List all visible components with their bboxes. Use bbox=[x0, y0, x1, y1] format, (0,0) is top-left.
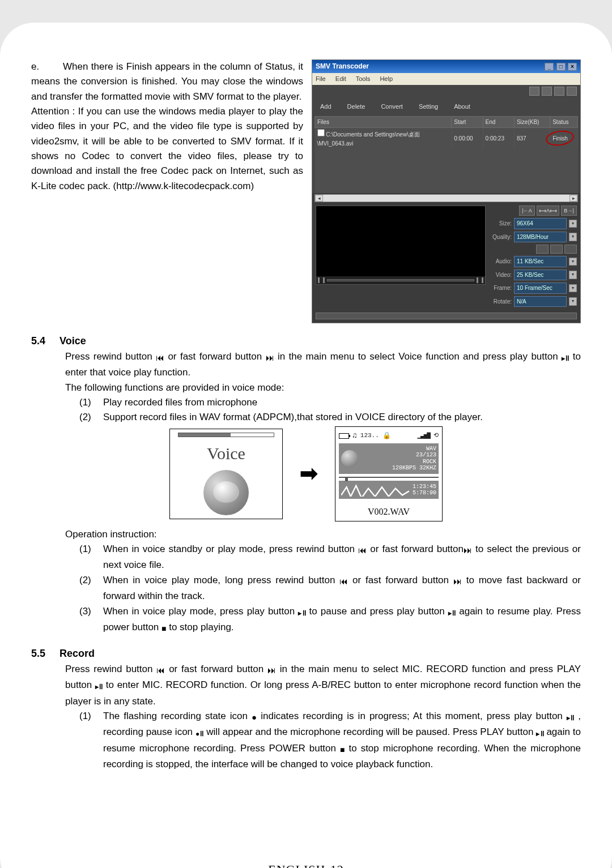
rewind-icon bbox=[156, 350, 164, 365]
loop-icon: ⟲ bbox=[434, 431, 439, 441]
rotate-select[interactable]: N/A bbox=[514, 296, 567, 307]
file-status: Finish bbox=[552, 134, 568, 143]
record-icon bbox=[252, 710, 257, 725]
menu-tools[interactable]: Tools bbox=[356, 75, 371, 82]
audio-dropdown-icon[interactable]: ▾ bbox=[569, 258, 577, 266]
view-fwd-button[interactable] bbox=[554, 87, 564, 96]
menu-edit[interactable]: Edit bbox=[335, 75, 346, 82]
close-button[interactable]: × bbox=[568, 63, 577, 71]
toolbar: Add Delete Convert Setting About bbox=[312, 97, 580, 116]
menu-help[interactable]: Help bbox=[380, 75, 393, 82]
table-header-row: Files Start End Size(KB) Status bbox=[315, 116, 578, 128]
waveform-icon bbox=[341, 483, 409, 497]
stop-button[interactable] bbox=[564, 245, 577, 254]
frame-field: Frame: 10 Frame/Sec ▾ bbox=[489, 283, 577, 294]
track-info-panel: WAV 23/123 ROCK 128KBPS 32KHZ bbox=[339, 443, 439, 474]
trim-a-button[interactable]: |←A bbox=[519, 206, 535, 216]
menu-file[interactable]: File bbox=[316, 75, 326, 82]
playpause-icon bbox=[536, 726, 543, 741]
preview-playpause-icon[interactable] bbox=[318, 277, 325, 283]
audio-select[interactable]: 11 KB/Sec bbox=[514, 256, 567, 267]
operation-instruction-heading: Operation instruction: bbox=[65, 527, 581, 542]
trim-b-button[interactable]: B→| bbox=[561, 206, 577, 216]
preview-panel: |←A ⟷A⟷ B→| Size: 96X64 ▾ Quality: 128MB… bbox=[312, 202, 580, 310]
manual-page: { "page_number": "ENGLISH-12", "intro": … bbox=[0, 23, 612, 868]
file-size: 837 bbox=[514, 128, 550, 149]
scroll-track[interactable] bbox=[323, 195, 570, 202]
menu-bar: File Edit Tools Help bbox=[312, 73, 580, 85]
frame-label: Frame: bbox=[489, 284, 512, 293]
preview-end-icon[interactable] bbox=[477, 277, 483, 283]
file-checkbox[interactable] bbox=[317, 129, 325, 136]
bitrate: 128KBPS 32KHZ bbox=[362, 465, 436, 472]
battery-icon bbox=[339, 433, 349, 439]
play-button[interactable] bbox=[550, 245, 563, 254]
toolbar-about[interactable]: About bbox=[446, 100, 478, 114]
voice-figure: Voice ➡ ♫ 123.. 🔒 ▁▃▅▇ ⟲ WAV 23/123 ROCK… bbox=[31, 426, 581, 521]
total-time: 5:78:90 bbox=[413, 490, 436, 496]
lock-icon: 🔒 bbox=[382, 431, 391, 442]
fastforward-icon bbox=[453, 574, 462, 589]
file-path: C:\Documents and Settings\new\桌面\MVI_064… bbox=[317, 131, 420, 147]
file-end: 0:00:23 bbox=[483, 128, 514, 149]
quality-dropdown-icon[interactable]: ▾ bbox=[569, 233, 577, 241]
voice-filename: V002.WAV bbox=[339, 505, 439, 519]
col-size: Size(KB) bbox=[514, 116, 550, 128]
sec54-item2: (2)Support record files in WAV format (A… bbox=[79, 410, 581, 425]
view-close-button[interactable] bbox=[567, 87, 577, 96]
codec-label: WAV bbox=[362, 446, 436, 452]
video-select[interactable]: 25 KB/Sec bbox=[514, 270, 567, 281]
voice-seek-bar bbox=[339, 477, 439, 478]
table-row[interactable]: C:\Documents and Settings\new\桌面\MVI_064… bbox=[315, 128, 578, 149]
intro-e-letter: e. bbox=[31, 59, 63, 74]
preview-seek-slider[interactable] bbox=[327, 279, 474, 281]
top-block: e.When there is Finish appears in the co… bbox=[31, 59, 581, 323]
fastforward-icon bbox=[267, 663, 276, 678]
trim-x-button[interactable]: ⟷A⟷ bbox=[537, 206, 559, 216]
minimize-button[interactable]: _ bbox=[545, 63, 554, 71]
section-5-4-title: Voice bbox=[60, 335, 86, 347]
playpause-icon bbox=[562, 350, 569, 365]
section-5-4-num: 5.4 bbox=[31, 333, 60, 349]
size-select[interactable]: 96X64 bbox=[514, 218, 567, 229]
mute-button[interactable] bbox=[536, 245, 549, 254]
size-dropdown-icon[interactable]: ▾ bbox=[569, 220, 577, 228]
frame-dropdown-icon[interactable]: ▾ bbox=[569, 284, 577, 292]
frame-select[interactable]: 10 Frame/Sec bbox=[514, 283, 567, 294]
intro-text-column: e.When there is Finish appears in the co… bbox=[31, 59, 303, 323]
quality-select[interactable]: 128MB/Hour bbox=[514, 232, 567, 243]
speaker-icon bbox=[341, 450, 358, 467]
section-5-5-title: Record bbox=[60, 648, 95, 659]
view-back-button[interactable] bbox=[542, 87, 552, 96]
sec55-item1: (1) The flashing recording state icon in… bbox=[79, 709, 581, 772]
signal-icon: ▁▃▅▇ bbox=[418, 431, 431, 441]
maximize-button[interactable]: □ bbox=[556, 63, 566, 71]
rotate-dropdown-icon[interactable]: ▾ bbox=[569, 297, 577, 305]
horizontal-scrollbar[interactable]: ◂ ▸ bbox=[314, 194, 578, 202]
transcoder-screenshot: SMV Transcoder _ □ × File Edit Tools Hel… bbox=[312, 59, 581, 323]
rewind-icon bbox=[358, 543, 367, 558]
size-field: Size: 96X64 ▾ bbox=[489, 218, 577, 229]
codec-name: ROCK bbox=[362, 459, 436, 465]
size-label: Size: bbox=[489, 219, 512, 228]
settings-panel: |←A ⟷A⟷ B→| Size: 96X64 ▾ Quality: 128MB… bbox=[489, 206, 577, 307]
track-counter-icon: 123.. bbox=[360, 431, 379, 441]
scroll-left-button[interactable]: ◂ bbox=[315, 195, 323, 202]
voice-play-screen: ♫ 123.. 🔒 ▁▃▅▇ ⟲ WAV 23/123 ROCK 128KBPS… bbox=[335, 426, 443, 521]
video-field: Video: 25 KB/Sec ▾ bbox=[489, 270, 577, 281]
toolbar-add[interactable]: Add bbox=[312, 100, 339, 114]
video-dropdown-icon[interactable]: ▾ bbox=[569, 271, 577, 279]
arrow-icon: ➡ bbox=[300, 457, 318, 490]
conversion-progress-bar bbox=[316, 313, 577, 319]
toolbar-convert[interactable]: Convert bbox=[373, 100, 411, 114]
sec55-p1: Press rewind button or fast forward butt… bbox=[65, 662, 581, 709]
fastforward-icon bbox=[266, 350, 274, 365]
sec54-op3: (3) When in voice play mode, press play … bbox=[79, 604, 581, 636]
elapsed-time: 1:23:45 bbox=[413, 484, 436, 490]
preview-playbar bbox=[316, 276, 485, 284]
scroll-right-button[interactable]: ▸ bbox=[570, 195, 577, 202]
preview-video bbox=[316, 206, 486, 285]
toolbar-setting[interactable]: Setting bbox=[411, 100, 446, 114]
fullscreen-button[interactable] bbox=[529, 87, 539, 96]
toolbar-delete[interactable]: Delete bbox=[339, 100, 373, 114]
